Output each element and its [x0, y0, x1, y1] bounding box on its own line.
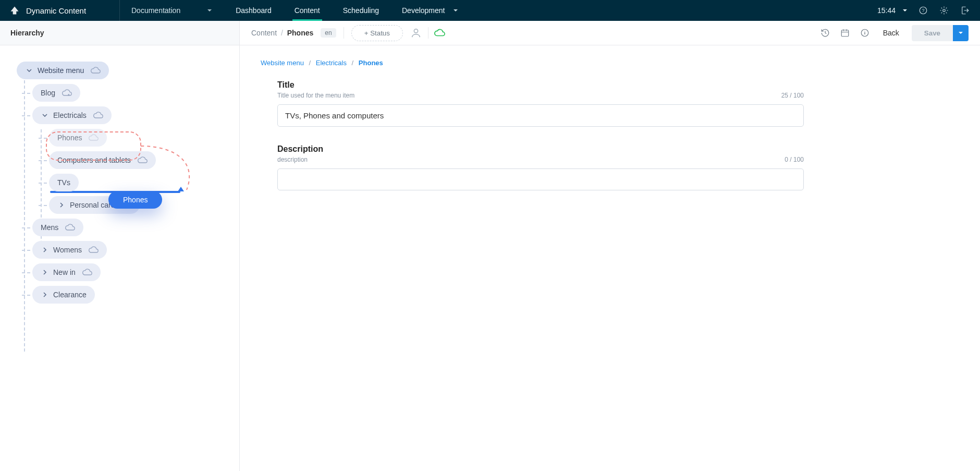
tree-row: Phones — [49, 129, 230, 147]
save-button[interactable]: Save — [912, 25, 953, 41]
help-icon[interactable]: ? — [917, 5, 929, 16]
field-description: Description description 0 / 100 — [277, 144, 804, 190]
tab-development[interactable]: Development — [390, 0, 470, 21]
calendar-icon[interactable] — [839, 27, 851, 39]
node-label: New in — [53, 268, 76, 276]
editor-icons — [410, 27, 446, 39]
node-electricals[interactable]: Electricals — [32, 106, 112, 124]
node-new-in[interactable]: New in — [32, 263, 101, 281]
back-button[interactable]: Back — [879, 27, 903, 39]
cloud-icon — [65, 224, 75, 231]
time-switcher[interactable]: 15:44 — [877, 6, 908, 15]
settings-icon[interactable] — [938, 5, 950, 16]
nav-label: Scheduling — [343, 6, 379, 15]
node-label: Blog — [41, 89, 55, 97]
description-input[interactable] — [277, 168, 804, 190]
brand: Dynamic Content — [0, 0, 120, 21]
editor-breadcrumb: Content / Phones — [251, 29, 313, 37]
node-phones[interactable]: Phones — [49, 129, 107, 147]
sub-header: Hierarchy Content / Phones en + Status — [0, 21, 980, 45]
crumb-current: Phones — [359, 59, 383, 67]
field-title: Title Title used for the menu item 25 / … — [277, 80, 804, 127]
svg-text:?: ? — [922, 8, 924, 13]
node-label: Womens — [53, 246, 82, 254]
cloud-icon — [93, 112, 103, 119]
chevron-right-icon — [41, 246, 49, 254]
drag-ghost-label: Phones — [123, 196, 148, 204]
cloud-icon — [137, 156, 148, 164]
node-label: Electricals — [53, 111, 87, 119]
logout-icon[interactable] — [959, 5, 971, 16]
node-label: Clearance — [53, 291, 87, 299]
node-womens[interactable]: Womens — [32, 241, 107, 259]
tab-content[interactable]: Content — [283, 0, 332, 21]
title-input[interactable] — [277, 104, 804, 127]
cloud-icon — [82, 269, 92, 276]
crumb-current: Phones — [287, 29, 314, 37]
time-label: 15:44 — [877, 6, 896, 15]
node-tvs[interactable]: TVs — [49, 174, 79, 191]
caret-down-icon — [902, 7, 908, 14]
cloud-off-icon — [62, 89, 72, 96]
hub-switcher[interactable]: Documentation — [120, 0, 224, 21]
language-tag[interactable]: en — [321, 28, 336, 38]
chevron-right-icon — [41, 268, 49, 276]
field-count: 0 / 100 — [785, 156, 804, 163]
node-label: Computers and tablets — [57, 156, 131, 164]
tree-row: TVs — [49, 174, 230, 191]
caret-down-icon — [206, 7, 213, 14]
chevron-right-icon — [57, 201, 66, 209]
hierarchy-panel-title: Hierarchy — [0, 21, 240, 45]
cloud-icon — [88, 134, 99, 141]
hierarchy-tree: Website menu Blog Electricals — [0, 45, 240, 471]
content-breadcrumb: Website menu / Electricals / Phones — [261, 59, 959, 67]
chevron-down-icon — [41, 111, 49, 119]
right-actions: Back Save — [819, 25, 969, 41]
crumb-sep: / — [279, 29, 285, 37]
hub-label: Documentation — [131, 6, 180, 15]
crumb-link[interactable]: Electricals — [316, 59, 347, 67]
crumb-root[interactable]: Content — [251, 29, 277, 37]
node-website-menu[interactable]: Website menu — [17, 62, 109, 79]
history-icon[interactable] — [819, 27, 831, 39]
info-icon[interactable] — [859, 27, 871, 39]
svg-point-3 — [414, 29, 418, 33]
field-help: description — [277, 156, 308, 163]
node-computers[interactable]: Computers and tablets — [49, 151, 156, 169]
tab-scheduling[interactable]: Scheduling — [332, 0, 390, 21]
nav-tabs: Dashboard Content Scheduling Development — [224, 0, 470, 21]
node-clearance[interactable]: Clearance — [32, 286, 95, 304]
tree-line — [24, 80, 25, 352]
save-dropdown-button[interactable] — [953, 25, 969, 41]
node-label: Website menu — [38, 66, 84, 75]
cloud-status-icon[interactable] — [434, 29, 446, 37]
crumb-sep: / — [305, 59, 314, 67]
editor-header: Content / Phones en + Status — [240, 25, 980, 41]
user-icon[interactable] — [410, 27, 423, 39]
cloud-icon — [90, 67, 101, 74]
tree-row: Mens — [32, 219, 230, 236]
save-group: Save — [912, 25, 969, 41]
divider — [344, 27, 344, 39]
nav-label: Dashboard — [236, 6, 272, 15]
body: Website menu Blog Electricals — [0, 45, 980, 471]
tree-row: Womens — [32, 241, 230, 259]
brand-name: Dynamic Content — [26, 6, 86, 15]
top-bar: Dynamic Content Documentation Dashboard … — [0, 0, 980, 21]
caret-down-icon — [452, 7, 459, 14]
node-blog[interactable]: Blog — [32, 84, 80, 102]
node-mens[interactable]: Mens — [32, 219, 83, 236]
nav-label: Development — [402, 6, 445, 15]
chevron-down-icon — [25, 66, 33, 75]
field-label: Title — [277, 80, 804, 90]
brand-logo-icon — [9, 5, 20, 16]
tab-dashboard[interactable]: Dashboard — [224, 0, 283, 21]
crumb-link[interactable]: Website menu — [261, 59, 304, 67]
editor-content: Website menu / Electricals / Phones Titl… — [240, 45, 980, 471]
tree-row: Electricals — [32, 106, 230, 124]
field-label: Description — [277, 144, 804, 154]
field-help: Title used for the menu item — [277, 92, 354, 99]
tree-row: Clearance — [32, 286, 230, 304]
add-status-button[interactable]: + Status — [351, 25, 403, 41]
topbar-right: 15:44 ? — [877, 0, 980, 21]
